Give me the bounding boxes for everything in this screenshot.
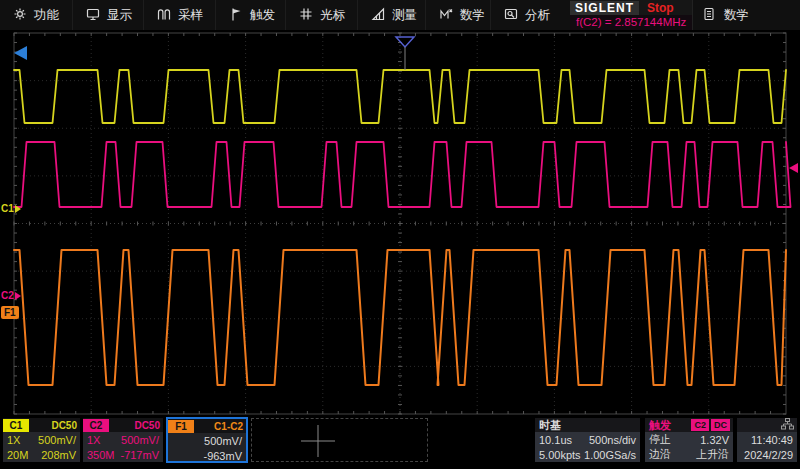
trigger-position-marker[interactable] (396, 37, 414, 47)
channel-box-c2[interactable]: C2 DC50 1X500mV/ 350M-717mV (83, 418, 163, 462)
side-panel-tab-math[interactable]: 数学 (692, 0, 762, 30)
timebase-samplerate: 1.00GSa/s (584, 449, 636, 461)
timebase-box[interactable]: 时基 10.1us500ns/div 5.00kpts1.00GSa/s (535, 418, 640, 462)
c2-ref-arrow-icon (15, 292, 21, 300)
c2-coupling: DC50 (134, 420, 160, 431)
analysis-icon (504, 7, 518, 24)
menu-item-analysis[interactable]: 分析 (490, 0, 560, 30)
channel-box-c1[interactable]: C1 DC50 1X500mV/ 20M208mV (3, 418, 80, 462)
waveform-display: C1 C2 F1 (0, 30, 800, 417)
c1-coupling: DC50 (51, 420, 77, 431)
trigger-coupling-badge: DC (711, 419, 730, 431)
trigger-level: 1.32V (700, 434, 729, 446)
f1-scale: 500mV/ (204, 435, 242, 447)
trigger-mode: 停止 (649, 432, 671, 447)
timebase-memdepth: 5.00kpts (539, 449, 581, 461)
clock-box[interactable]: 11:40:49 2024/2/29 (737, 418, 797, 462)
menu-item-label: 分析 (525, 7, 550, 24)
display-icon (86, 7, 100, 24)
timebase-scale: 500ns/div (589, 434, 636, 446)
menu-item-label: 数学 (460, 7, 485, 24)
trigger-title: 触发 (649, 418, 671, 433)
menu-item-acquire[interactable]: 采样 (143, 0, 215, 30)
f1-expression: C1-C2 (214, 421, 243, 432)
math-box-f1-selected[interactable]: F1 C1-C2 500mV/ -963mV (166, 417, 248, 463)
c1-ref-arrow-icon (15, 205, 21, 213)
trigger-type: 边沿 (649, 447, 671, 462)
c2-offset: -717mV (120, 449, 159, 461)
brand-status-box: SIGLENT Stop f(C2) = 2.857144MHz (570, 0, 692, 30)
c2-probe: 1X (87, 434, 100, 446)
oscilloscope-screen: 功能 显示 采样 触发 光标 测量 数学 分析 (0, 0, 800, 469)
clock-date: 2024/2/29 (744, 449, 793, 461)
menu-bar: 功能 显示 采样 触发 光标 测量 数学 分析 (0, 0, 800, 30)
channel-ref-label-f1[interactable]: F1 (1, 306, 19, 319)
menu-item-label: 光标 (320, 7, 345, 24)
trigger-box[interactable]: 触发 C2 DC 停止1.32V 边沿上升沿 (645, 418, 733, 462)
c1-offset: 208mV (41, 449, 76, 461)
plus-icon (301, 425, 335, 461)
status-bar: C1 DC50 1X500mV/ 20M208mV C2 DC50 1X500m… (0, 417, 800, 469)
trigger-slope: 上升沿 (696, 447, 729, 462)
waveform-trace-c2 (14, 142, 791, 207)
menu-item-cursor[interactable]: 光标 (285, 0, 357, 30)
c2-scale: 500mV/ (121, 434, 159, 446)
siglent-logo: SIGLENT (570, 1, 639, 15)
channel-ref-label-c2[interactable]: C2 (1, 290, 21, 301)
timebase-delay: 10.1us (539, 434, 572, 446)
add-channel-cell[interactable] (251, 418, 428, 462)
c1-scale: 500mV/ (38, 434, 76, 446)
trigger-level-marker[interactable] (789, 163, 798, 173)
f1-badge: F1 (168, 420, 194, 433)
graticule-and-traces (0, 30, 800, 417)
trigger-source-badge: C2 (691, 419, 709, 431)
menu-item-measure[interactable]: 测量 (357, 0, 425, 30)
flag-icon (229, 7, 243, 24)
menu-item-label: 显示 (107, 7, 132, 24)
menu-item-trigger[interactable]: 触发 (215, 0, 285, 30)
menu-item-label: 触发 (250, 7, 275, 24)
menu-item-label: 功能 (34, 7, 59, 24)
menu-item-display[interactable]: 显示 (72, 0, 143, 30)
clock-time: 11:40:49 (751, 434, 793, 446)
channel-ref-label-c1[interactable]: C1 (1, 203, 21, 214)
menu-item-function[interactable]: 功能 (0, 0, 72, 30)
measurement-readout: f(C2) = 2.857144MHz (570, 15, 692, 30)
c2-badge: C2 (83, 419, 109, 432)
menu-item-label: 采样 (178, 7, 203, 24)
timebase-title: 时基 (539, 418, 561, 433)
c1-bandwidth: 20M (7, 449, 28, 461)
math-icon (439, 7, 453, 24)
side-tab-label: 数学 (724, 7, 749, 24)
gear-icon (13, 7, 27, 24)
c2-bandwidth: 350M (87, 449, 115, 461)
network-icon (781, 416, 794, 434)
menu-item-label: 测量 (392, 7, 417, 24)
measure-icon (371, 7, 385, 24)
f1-offset: -963mV (203, 450, 242, 462)
horizontal-ref-marker[interactable] (14, 46, 27, 60)
menu-item-math[interactable]: 数学 (425, 0, 490, 30)
acquisition-status[interactable]: Stop (639, 1, 682, 15)
cursor-icon (299, 7, 313, 24)
c1-probe: 1X (7, 434, 20, 446)
sample-icon (157, 7, 171, 24)
list-icon (703, 7, 715, 24)
c1-badge: C1 (3, 419, 29, 432)
